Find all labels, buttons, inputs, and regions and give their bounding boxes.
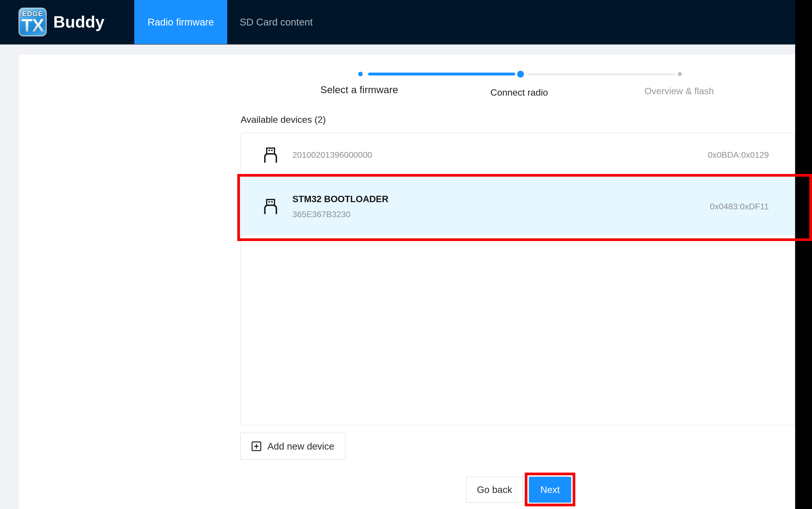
device-list: 20100201396000000 0x0BDA:0x0129 STM32 BO… xyxy=(241,133,795,425)
next-button[interactable]: Next xyxy=(529,477,571,503)
plus-square-icon xyxy=(251,441,261,451)
step-dot-overview-flash xyxy=(678,72,682,76)
add-new-device-label: Add new device xyxy=(268,441,334,452)
tab-sd-card-content[interactable]: SD Card content xyxy=(227,0,325,44)
device-vidpid: 0x0BDA:0x0129 xyxy=(708,150,769,160)
stepper-line-completed xyxy=(368,73,515,75)
edgetx-logo-icon: EDGE TX xyxy=(19,8,47,36)
usb-icon xyxy=(264,147,277,163)
step-label-connect-radio: Connect radio xyxy=(490,87,548,98)
edgetx-buddy-screen: EDGE TX Buddy Radio firmware SD Card con… xyxy=(0,0,812,509)
step-label-overview-flash: Overview & flash xyxy=(644,86,714,97)
device-row-stm32-bootloader[interactable]: STM32 BOOTLOADER 365E367B3230 0x0483:0xD… xyxy=(241,177,795,236)
app-title: Buddy xyxy=(53,12,104,31)
device-info: STM32 BOOTLOADER 365E367B3230 xyxy=(292,194,388,219)
device-serial: 365E367B3230 xyxy=(292,210,388,219)
next-label: Next xyxy=(540,484,560,495)
device-vidpid: 0x0483:0xDF11 xyxy=(710,202,769,211)
screen-edge-black-band xyxy=(795,0,812,509)
available-devices-heading: Available devices (2) xyxy=(241,114,326,125)
device-info: 20100201396000000 xyxy=(292,150,372,160)
add-new-device-button[interactable]: Add new device xyxy=(240,433,346,460)
usb-icon xyxy=(264,199,277,214)
nav-tabs: Radio firmware SD Card content xyxy=(134,0,325,44)
logo-tx-text: TX xyxy=(22,16,44,34)
step-dot-connect-radio xyxy=(517,71,524,77)
brand-home-link[interactable]: EDGE TX Buddy xyxy=(19,0,104,44)
stepper-line-upcoming xyxy=(527,73,676,75)
tab-radio-firmware[interactable]: Radio firmware xyxy=(134,0,227,44)
device-name: 20100201396000000 xyxy=(292,150,372,160)
device-name: STM32 BOOTLOADER xyxy=(292,194,388,204)
go-back-button[interactable]: Go back xyxy=(466,477,523,503)
top-navbar: EDGE TX Buddy Radio firmware SD Card con… xyxy=(0,0,795,45)
step-dot-select-firmware xyxy=(358,72,363,76)
step-label-select-firmware: Select a firmware xyxy=(320,84,398,95)
go-back-label: Go back xyxy=(477,484,512,495)
device-row-realtek[interactable]: 20100201396000000 0x0BDA:0x0129 xyxy=(241,133,795,177)
